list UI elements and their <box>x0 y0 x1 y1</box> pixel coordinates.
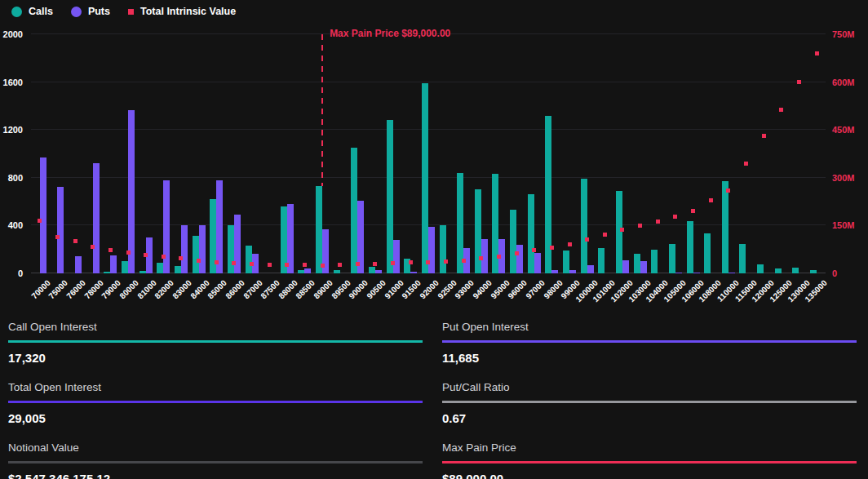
puts-bar-106000 <box>693 273 700 273</box>
calls-bar-115000 <box>739 244 746 273</box>
intrinsic-value-dot-92000 <box>426 260 430 264</box>
stat-value: 29,005 <box>8 403 423 432</box>
max-pain-label: Max Pain Price $89,000.00 <box>330 28 450 39</box>
x-axis-label-92500: 92500 <box>436 278 458 300</box>
puts-bar-103000 <box>640 261 647 273</box>
puts-bar-88500 <box>304 268 311 273</box>
right-axis-tick: 300M <box>832 173 855 182</box>
x-axis-label-83000: 83000 <box>170 278 193 300</box>
left-axis-tick: 1200 <box>3 126 23 135</box>
total-intrinsic-value-marker-icon <box>128 9 134 15</box>
intrinsic-value-dot-108000 <box>709 198 713 202</box>
calls-bar-90000 <box>351 148 357 273</box>
calls-marker-icon <box>11 7 22 17</box>
legend-total-intrinsic-value-label: Total Intrinsic Value <box>140 6 236 17</box>
intrinsic-value-dot-95000 <box>497 255 501 259</box>
x-axis-label-81000: 81000 <box>135 278 157 300</box>
stat-label: Put Open Interest <box>442 319 857 343</box>
stat-total-open-interest: Total Open Interest 29,005 <box>8 379 423 432</box>
strike-group-90500 <box>366 34 384 273</box>
intrinsic-value-dot-81000 <box>144 253 148 257</box>
calls-bar-98000 <box>545 116 551 273</box>
right-axis-tick: 600M <box>832 78 855 86</box>
strike-group-88000 <box>278 34 296 273</box>
strike-group-97000 <box>525 34 543 273</box>
intrinsic-value-dot-110000 <box>726 188 730 193</box>
calls-bar-82000 <box>157 263 163 273</box>
puts-bar-82000 <box>163 180 170 273</box>
strike-group-120000 <box>755 34 773 273</box>
puts-bar-79000 <box>110 255 117 273</box>
plot-area: Max Pain Price $89,000.00 <box>31 34 826 273</box>
x-axis-label-79000: 79000 <box>100 278 122 300</box>
strike-group-82000 <box>154 34 172 273</box>
intrinsic-value-dot-80000 <box>126 251 131 255</box>
calls-bar-103000 <box>634 254 640 273</box>
x-axis-label-98000: 98000 <box>542 278 564 300</box>
strike-group-81000 <box>137 34 155 273</box>
strike-group-95000 <box>490 34 508 273</box>
calls-bar-81000 <box>140 271 146 273</box>
puts-bar-78000 <box>93 163 100 274</box>
puts-bar-80000 <box>128 110 135 273</box>
strike-group-101000 <box>596 34 614 273</box>
legend-calls-label: Calls <box>29 6 53 17</box>
x-axis-label-89500: 89500 <box>330 278 352 300</box>
x-axis-label-92000: 92000 <box>418 278 440 300</box>
x-axis-label-94000: 94000 <box>471 278 493 300</box>
strike-group-91500 <box>401 34 419 273</box>
intrinsic-value-dot-90500 <box>373 262 377 266</box>
max-pain-line <box>321 34 323 186</box>
puts-bar-76000 <box>75 256 82 273</box>
x-axis-label-82000: 82000 <box>153 278 175 300</box>
strike-group-102000 <box>613 34 631 273</box>
x-axis-label-91000: 91000 <box>383 278 405 300</box>
stat-value: 11,685 <box>442 343 857 371</box>
legend-item-puts[interactable]: Puts <box>71 6 110 17</box>
x-axis-label-76000: 76000 <box>64 278 86 300</box>
strike-group-87000 <box>243 34 261 273</box>
stat-put-call-ratio: Put/Call Ratio 0.67 <box>442 379 857 432</box>
x-axis-label-70000: 70000 <box>29 278 51 300</box>
intrinsic-value-dot-125000 <box>779 108 783 112</box>
intrinsic-value-dot-100000 <box>585 237 589 242</box>
strike-group-90000 <box>349 34 367 273</box>
calls-bar-120000 <box>757 264 764 273</box>
strike-group-110000 <box>720 34 737 273</box>
legend-item-total-intrinsic-value[interactable]: Total Intrinsic Value <box>128 6 236 17</box>
calls-bar-83000 <box>175 266 181 273</box>
left-axis-tick: 800 <box>8 173 23 182</box>
calls-bar-92000 <box>422 83 428 273</box>
intrinsic-value-dot-104000 <box>656 220 660 224</box>
puts-bar-97000 <box>534 253 541 273</box>
puts-bar-92000 <box>428 227 435 273</box>
intrinsic-value-dot-103000 <box>638 224 642 228</box>
strike-group-94000 <box>472 34 490 273</box>
puts-bar-91000 <box>393 240 400 273</box>
intrinsic-value-dot-94000 <box>479 256 483 260</box>
calls-bar-91000 <box>387 120 393 273</box>
calls-bar-104000 <box>651 250 658 273</box>
options-open-interest-chart: Calls Puts Total Intrinsic Value 0400800… <box>0 0 868 313</box>
x-axis-label-97000: 97000 <box>524 278 546 300</box>
calls-bar-79000 <box>104 272 110 273</box>
calls-bar-94000 <box>475 189 481 273</box>
puts-bar-102000 <box>622 260 629 273</box>
strike-group-80000 <box>119 34 137 273</box>
legend-item-calls[interactable]: Calls <box>11 6 53 17</box>
stat-call-open-interest: Call Open Interest 17,320 <box>8 319 423 371</box>
strike-group-100000 <box>578 34 596 273</box>
intrinsic-value-dot-88500 <box>303 263 307 267</box>
strike-group-103000 <box>631 34 649 273</box>
intrinsic-value-dot-115000 <box>744 162 748 166</box>
intrinsic-value-dot-84000 <box>197 259 201 263</box>
stat-value: $89,000.00 <box>442 463 857 479</box>
puts-bar-96000 <box>516 245 523 273</box>
right-axis-tick: 150M <box>832 221 855 230</box>
stat-max-pain-price: Max Pain Price $89,000.00 <box>442 440 857 479</box>
calls-bar-80000 <box>122 261 128 273</box>
strike-group-135000 <box>808 34 826 273</box>
x-axis-labels: 7000075000760007800079000800008100082000… <box>31 273 826 313</box>
strike-group-89500 <box>331 34 349 273</box>
intrinsic-value-dot-89000 <box>321 264 325 268</box>
